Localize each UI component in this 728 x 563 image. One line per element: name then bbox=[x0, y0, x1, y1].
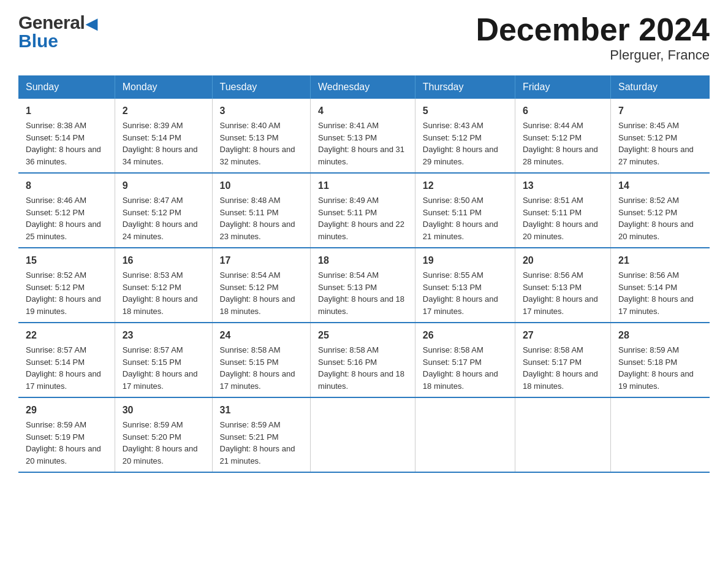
day-number: 27 bbox=[523, 328, 603, 343]
calendar-cell bbox=[415, 397, 515, 472]
day-info: Sunrise: 8:52 AMSunset: 5:12 PMDaylight:… bbox=[618, 194, 702, 242]
day-info: Sunrise: 8:59 AMSunset: 5:21 PMDaylight:… bbox=[220, 419, 303, 467]
column-header-tuesday: Tuesday bbox=[212, 75, 311, 99]
day-info: Sunrise: 8:44 AMSunset: 5:12 PMDaylight:… bbox=[523, 120, 603, 167]
calendar-cell: 19Sunrise: 8:55 AMSunset: 5:13 PMDayligh… bbox=[415, 248, 515, 323]
column-header-wednesday: Wednesday bbox=[311, 75, 415, 99]
day-info: Sunrise: 8:51 AMSunset: 5:11 PMDaylight:… bbox=[523, 194, 603, 242]
day-number: 9 bbox=[123, 178, 205, 193]
day-info: Sunrise: 8:58 AMSunset: 5:17 PMDaylight:… bbox=[423, 344, 507, 392]
day-info: Sunrise: 8:52 AMSunset: 5:12 PMDaylight:… bbox=[26, 269, 107, 317]
calendar-cell: 8Sunrise: 8:46 AMSunset: 5:12 PMDaylight… bbox=[18, 173, 115, 248]
calendar-cell: 23Sunrise: 8:57 AMSunset: 5:15 PMDayligh… bbox=[115, 323, 212, 397]
calendar-week-4: 22Sunrise: 8:57 AMSunset: 5:14 PMDayligh… bbox=[18, 323, 710, 397]
calendar-cell: 30Sunrise: 8:59 AMSunset: 5:20 PMDayligh… bbox=[115, 397, 212, 472]
day-info: Sunrise: 8:40 AMSunset: 5:13 PMDaylight:… bbox=[220, 120, 303, 167]
day-info: Sunrise: 8:49 AMSunset: 5:11 PMDaylight:… bbox=[318, 194, 408, 242]
day-number: 4 bbox=[318, 104, 408, 118]
logo: General◀ Blue bbox=[18, 12, 97, 52]
day-number: 5 bbox=[423, 104, 507, 118]
calendar-cell: 15Sunrise: 8:52 AMSunset: 5:12 PMDayligh… bbox=[18, 248, 115, 323]
day-number: 12 bbox=[423, 178, 507, 193]
calendar-cell bbox=[515, 397, 610, 472]
column-header-friday: Friday bbox=[515, 75, 610, 99]
calendar-cell: 5Sunrise: 8:43 AMSunset: 5:12 PMDaylight… bbox=[415, 99, 515, 173]
day-info: Sunrise: 8:46 AMSunset: 5:12 PMDaylight:… bbox=[26, 194, 107, 242]
calendar-cell: 1Sunrise: 8:38 AMSunset: 5:14 PMDaylight… bbox=[18, 99, 115, 173]
day-info: Sunrise: 8:54 AMSunset: 5:12 PMDaylight:… bbox=[220, 269, 303, 317]
calendar-cell: 20Sunrise: 8:56 AMSunset: 5:13 PMDayligh… bbox=[515, 248, 610, 323]
calendar-cell bbox=[311, 397, 415, 472]
calendar-cell: 27Sunrise: 8:58 AMSunset: 5:17 PMDayligh… bbox=[515, 323, 610, 397]
day-number: 26 bbox=[423, 328, 507, 343]
day-number: 23 bbox=[123, 328, 205, 343]
day-info: Sunrise: 8:58 AMSunset: 5:15 PMDaylight:… bbox=[220, 344, 303, 392]
column-header-sunday: Sunday bbox=[18, 75, 115, 99]
column-header-monday: Monday bbox=[115, 75, 212, 99]
day-number: 19 bbox=[423, 253, 507, 268]
day-info: Sunrise: 8:59 AMSunset: 5:20 PMDaylight:… bbox=[123, 419, 205, 467]
day-number: 2 bbox=[123, 104, 205, 118]
calendar-cell: 7Sunrise: 8:45 AMSunset: 5:12 PMDaylight… bbox=[610, 99, 710, 173]
day-number: 8 bbox=[26, 178, 107, 193]
calendar-cell: 31Sunrise: 8:59 AMSunset: 5:21 PMDayligh… bbox=[212, 397, 311, 472]
day-info: Sunrise: 8:57 AMSunset: 5:14 PMDaylight:… bbox=[26, 344, 107, 392]
day-number: 29 bbox=[26, 403, 107, 418]
day-number: 28 bbox=[618, 328, 702, 343]
calendar-cell: 6Sunrise: 8:44 AMSunset: 5:12 PMDaylight… bbox=[515, 99, 610, 173]
day-info: Sunrise: 8:38 AMSunset: 5:14 PMDaylight:… bbox=[26, 120, 107, 167]
day-info: Sunrise: 8:58 AMSunset: 5:17 PMDaylight:… bbox=[523, 344, 603, 392]
day-number: 15 bbox=[26, 253, 107, 268]
day-number: 6 bbox=[523, 104, 603, 118]
day-info: Sunrise: 8:39 AMSunset: 5:14 PMDaylight:… bbox=[123, 120, 205, 167]
day-info: Sunrise: 8:56 AMSunset: 5:14 PMDaylight:… bbox=[618, 269, 702, 317]
calendar-week-5: 29Sunrise: 8:59 AMSunset: 5:19 PMDayligh… bbox=[18, 397, 710, 472]
calendar-cell: 14Sunrise: 8:52 AMSunset: 5:12 PMDayligh… bbox=[610, 173, 710, 248]
calendar-cell: 3Sunrise: 8:40 AMSunset: 5:13 PMDaylight… bbox=[212, 99, 311, 173]
day-number: 31 bbox=[220, 403, 303, 418]
calendar-week-3: 15Sunrise: 8:52 AMSunset: 5:12 PMDayligh… bbox=[18, 248, 710, 323]
day-info: Sunrise: 8:59 AMSunset: 5:18 PMDaylight:… bbox=[618, 344, 702, 392]
day-number: 16 bbox=[123, 253, 205, 268]
day-number: 1 bbox=[26, 104, 107, 118]
calendar-cell: 11Sunrise: 8:49 AMSunset: 5:11 PMDayligh… bbox=[311, 173, 415, 248]
calendar-week-1: 1Sunrise: 8:38 AMSunset: 5:14 PMDaylight… bbox=[18, 99, 710, 173]
day-info: Sunrise: 8:58 AMSunset: 5:16 PMDaylight:… bbox=[318, 344, 408, 392]
day-number: 21 bbox=[618, 253, 702, 268]
calendar-cell: 18Sunrise: 8:54 AMSunset: 5:13 PMDayligh… bbox=[311, 248, 415, 323]
calendar-header-row: SundayMondayTuesdayWednesdayThursdayFrid… bbox=[18, 75, 710, 99]
day-number: 11 bbox=[318, 178, 408, 193]
calendar-cell: 22Sunrise: 8:57 AMSunset: 5:14 PMDayligh… bbox=[18, 323, 115, 397]
calendar-cell: 28Sunrise: 8:59 AMSunset: 5:18 PMDayligh… bbox=[610, 323, 710, 397]
page-header: General◀ Blue December 2024 Plerguer, Fr… bbox=[18, 12, 710, 63]
logo-bottom: Blue bbox=[18, 31, 97, 52]
day-info: Sunrise: 8:55 AMSunset: 5:13 PMDaylight:… bbox=[423, 269, 507, 317]
logo-top: General◀ bbox=[18, 12, 97, 33]
calendar-cell: 25Sunrise: 8:58 AMSunset: 5:16 PMDayligh… bbox=[311, 323, 415, 397]
day-number: 30 bbox=[123, 403, 205, 418]
calendar-cell: 16Sunrise: 8:53 AMSunset: 5:12 PMDayligh… bbox=[115, 248, 212, 323]
day-info: Sunrise: 8:45 AMSunset: 5:12 PMDaylight:… bbox=[618, 120, 702, 167]
day-number: 13 bbox=[523, 178, 603, 193]
day-info: Sunrise: 8:43 AMSunset: 5:12 PMDaylight:… bbox=[423, 120, 507, 167]
day-number: 25 bbox=[318, 328, 408, 343]
calendar-cell: 21Sunrise: 8:56 AMSunset: 5:14 PMDayligh… bbox=[610, 248, 710, 323]
day-number: 17 bbox=[220, 253, 303, 268]
calendar-cell: 26Sunrise: 8:58 AMSunset: 5:17 PMDayligh… bbox=[415, 323, 515, 397]
day-number: 18 bbox=[318, 253, 408, 268]
calendar-cell: 29Sunrise: 8:59 AMSunset: 5:19 PMDayligh… bbox=[18, 397, 115, 472]
calendar-table: SundayMondayTuesdayWednesdayThursdayFrid… bbox=[18, 75, 710, 473]
calendar-week-2: 8Sunrise: 8:46 AMSunset: 5:12 PMDaylight… bbox=[18, 173, 710, 248]
day-info: Sunrise: 8:53 AMSunset: 5:12 PMDaylight:… bbox=[123, 269, 205, 317]
day-info: Sunrise: 8:57 AMSunset: 5:15 PMDaylight:… bbox=[123, 344, 205, 392]
day-info: Sunrise: 8:47 AMSunset: 5:12 PMDaylight:… bbox=[123, 194, 205, 242]
day-info: Sunrise: 8:59 AMSunset: 5:19 PMDaylight:… bbox=[26, 419, 107, 467]
calendar-cell: 24Sunrise: 8:58 AMSunset: 5:15 PMDayligh… bbox=[212, 323, 311, 397]
day-info: Sunrise: 8:54 AMSunset: 5:13 PMDaylight:… bbox=[318, 269, 408, 317]
page-title: December 2024 bbox=[476, 12, 710, 47]
day-number: 7 bbox=[618, 104, 702, 118]
calendar-cell: 10Sunrise: 8:48 AMSunset: 5:11 PMDayligh… bbox=[212, 173, 311, 248]
calendar-cell: 9Sunrise: 8:47 AMSunset: 5:12 PMDaylight… bbox=[115, 173, 212, 248]
column-header-saturday: Saturday bbox=[610, 75, 710, 99]
title-section: December 2024 Plerguer, France bbox=[476, 12, 710, 63]
